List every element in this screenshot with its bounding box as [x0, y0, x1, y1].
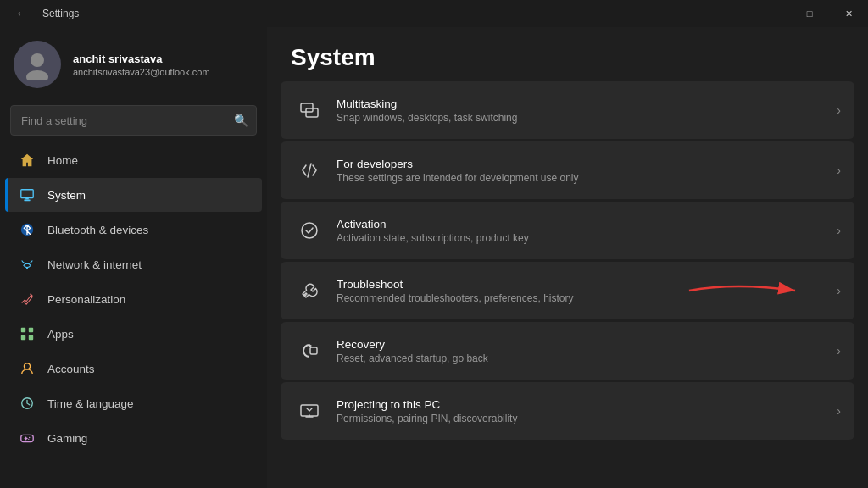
nav-list: Home System Bluetooth & devices: [0, 142, 267, 456]
chevron-icon: ›: [837, 344, 841, 358]
setting-title: Troubleshoot: [337, 278, 830, 291]
content-wrapper: System Multitasking Snap windows, deskto…: [267, 27, 868, 488]
svg-point-14: [29, 437, 30, 438]
sidebar-item-label: Gaming: [47, 432, 87, 445]
recovery-icon: [294, 336, 325, 366]
sidebar-item-label: Network & internet: [47, 258, 142, 271]
setting-title: Projecting to this PC: [337, 398, 830, 411]
setting-item-multitasking[interactable]: Multitasking Snap windows, desktops, tas…: [281, 81, 854, 139]
svg-point-15: [28, 439, 29, 440]
settings-list: Multitasking Snap windows, desktops, tas…: [267, 81, 868, 488]
search-box: 🔍: [10, 105, 257, 136]
svg-rect-2: [21, 190, 33, 198]
setting-desc: Snap windows, desktops, task switching: [337, 112, 830, 124]
svg-point-6: [26, 268, 28, 269]
page-title: System: [267, 27, 868, 81]
developers-icon: [294, 155, 325, 186]
search-icon: 🔍: [234, 114, 248, 127]
setting-text: Activation Activation state, subscriptio…: [337, 218, 830, 244]
setting-title: Recovery: [337, 338, 830, 351]
setting-item-developers[interactable]: For developers These settings are intend…: [281, 141, 854, 199]
sidebar: anchit srivastava anchitsrivastava23@out…: [0, 27, 267, 488]
sidebar-item-apps[interactable]: Apps: [5, 317, 262, 351]
title-bar: ← Settings ─ □ ✕: [0, 0, 868, 27]
setting-item-troubleshoot[interactable]: Troubleshoot Recommended troubleshooters…: [281, 262, 854, 319]
home-icon: [19, 152, 36, 169]
svg-rect-3: [24, 199, 30, 201]
chevron-icon: ›: [837, 224, 841, 237]
user-name: anchit srivastava: [73, 53, 210, 65]
search-input[interactable]: [10, 105, 257, 136]
maximize-button[interactable]: □: [790, 0, 829, 27]
svg-rect-16: [301, 103, 313, 112]
sidebar-item-label: System: [47, 189, 86, 202]
setting-item-activation[interactable]: Activation Activation state, subscriptio…: [281, 202, 854, 259]
chevron-icon: ›: [837, 284, 841, 297]
sidebar-item-label: Bluetooth & devices: [47, 224, 148, 236]
gaming-icon: [19, 430, 36, 446]
user-email: anchitsrivastava23@outlook.com: [73, 67, 210, 77]
personalization-icon: [19, 291, 36, 308]
setting-desc: Activation state, subscriptions, product…: [337, 232, 830, 244]
content-area: System Multitasking Snap windows, deskto…: [267, 27, 868, 488]
minimize-button[interactable]: ─: [751, 0, 790, 27]
setting-text: Recovery Reset, advanced startup, go bac…: [337, 338, 830, 364]
sidebar-item-label: Time & language: [47, 397, 134, 410]
network-icon: [19, 256, 36, 273]
apps-icon: [19, 325, 36, 342]
svg-point-0: [31, 53, 44, 67]
window-controls: ─ □ ✕: [751, 0, 868, 27]
sidebar-item-timelang[interactable]: Time & language: [5, 386, 262, 420]
setting-text: Projecting to this PC Permissions, pairi…: [337, 398, 830, 424]
sidebar-item-personalization[interactable]: Personalization: [5, 282, 262, 316]
close-button[interactable]: ✕: [829, 0, 868, 27]
setting-item-recovery[interactable]: Recovery Reset, advanced startup, go bac…: [281, 322, 854, 380]
svg-point-11: [24, 363, 30, 369]
sidebar-item-label: Home: [47, 154, 78, 167]
chevron-icon: ›: [837, 164, 841, 177]
multitasking-icon: [294, 95, 325, 125]
setting-desc: Recommended troubleshooters, preferences…: [337, 292, 830, 304]
troubleshoot-icon: [294, 275, 325, 306]
sidebar-item-label: Accounts: [47, 363, 95, 375]
svg-point-1: [26, 70, 48, 80]
timelang-icon: [19, 395, 36, 412]
title-bar-left: ← Settings: [10, 2, 79, 25]
app-title: Settings: [42, 8, 79, 19]
sidebar-item-label: Apps: [47, 328, 74, 341]
svg-rect-4: [25, 198, 29, 200]
sidebar-item-gaming[interactable]: Gaming: [5, 421, 262, 455]
app-body: anchit srivastava anchitsrivastava23@out…: [0, 27, 868, 488]
setting-title: For developers: [337, 158, 830, 170]
chevron-icon: ›: [837, 103, 841, 117]
system-icon: [19, 186, 36, 203]
activation-icon: [294, 215, 325, 246]
setting-text: For developers These settings are intend…: [337, 158, 830, 184]
user-info: anchit srivastava anchitsrivastava23@out…: [73, 53, 210, 77]
sidebar-item-home[interactable]: Home: [5, 143, 262, 177]
accounts-icon: [19, 360, 36, 377]
setting-desc: Reset, advanced startup, go back: [337, 352, 830, 364]
avatar: [14, 41, 61, 88]
sidebar-item-accounts[interactable]: Accounts: [5, 352, 262, 385]
svg-rect-17: [306, 108, 318, 117]
setting-title: Multitasking: [337, 97, 830, 110]
projecting-icon: [294, 396, 325, 426]
sidebar-item-network[interactable]: Network & internet: [5, 247, 262, 281]
svg-point-18: [302, 223, 317, 238]
back-button[interactable]: ←: [10, 2, 34, 25]
svg-rect-10: [29, 336, 33, 340]
setting-title: Activation: [337, 218, 830, 230]
svg-rect-20: [310, 347, 317, 354]
sidebar-item-bluetooth[interactable]: Bluetooth & devices: [5, 213, 262, 247]
svg-rect-9: [21, 336, 25, 340]
setting-desc: Permissions, pairing PIN, discoverabilit…: [337, 413, 830, 424]
user-profile[interactable]: anchit srivastava anchitsrivastava23@out…: [0, 27, 267, 102]
setting-item-projecting[interactable]: Projecting to this PC Permissions, pairi…: [281, 382, 854, 440]
svg-rect-8: [29, 328, 33, 332]
sidebar-item-system[interactable]: System: [5, 178, 262, 212]
setting-desc: These settings are intended for developm…: [337, 172, 830, 184]
setting-text: Multitasking Snap windows, desktops, tas…: [337, 97, 830, 124]
svg-rect-7: [21, 328, 25, 332]
bluetooth-icon: [19, 221, 36, 238]
